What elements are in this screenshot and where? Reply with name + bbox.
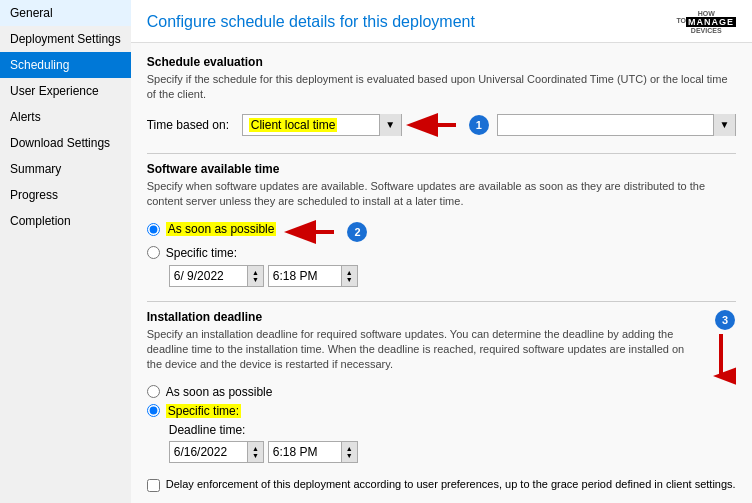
software-time-input[interactable]: 6:18 PM ▲▼ [268, 265, 358, 287]
main-header: Configure schedule details for this depl… [131, 0, 752, 43]
schedule-evaluation-section: Schedule evaluation Specify if the sched… [147, 55, 736, 139]
software-available-title: Software available time [147, 162, 736, 176]
annotation-1: 1 [469, 115, 489, 135]
installation-text-block: Installation deadline Specify an install… [147, 310, 696, 381]
installation-deadline-section: Installation deadline Specify an install… [147, 310, 736, 463]
installation-specific-label: Specific time: [166, 404, 241, 418]
installation-specific-option[interactable]: Specific time: [147, 404, 736, 418]
schedule-evaluation-desc: Specify if the schedule for this deploym… [147, 72, 736, 103]
time-based-dropdown[interactable]: Client local time ▼ [242, 114, 402, 136]
sidebar-item-progress[interactable]: Progress [0, 182, 131, 208]
software-asap-radio[interactable] [147, 223, 160, 236]
logo-devices: DEVICES [691, 27, 722, 34]
software-available-desc: Specify when software updates are availa… [147, 179, 736, 210]
software-specific-radio[interactable] [147, 246, 160, 259]
installation-time-input[interactable]: 6:18 PM ▲▼ [268, 441, 358, 463]
sidebar-item-scheduling[interactable]: Scheduling [0, 52, 131, 78]
red-arrow-right-2 [284, 218, 339, 246]
page-title: Configure schedule details for this depl… [147, 13, 475, 31]
delay-enforcement-label: Delay enforcement of this deployment acc… [166, 477, 736, 492]
annotation-3: 3 [715, 310, 735, 330]
time-based-label: Time based on: [147, 118, 242, 132]
software-date-spin[interactable]: ▲▼ [247, 266, 262, 286]
deadline-time-label: Deadline time: [169, 423, 246, 437]
annotation-3-container: 3 [706, 310, 736, 385]
annotation-2: 2 [347, 222, 367, 242]
content-area: Schedule evaluation Specify if the sched… [131, 43, 752, 503]
sidebar-item-general[interactable]: General [0, 0, 131, 26]
dropdown-full-arrow[interactable]: ▼ [713, 114, 735, 136]
schedule-evaluation-title: Schedule evaluation [147, 55, 736, 69]
software-available-section: Software available time Specify when sof… [147, 162, 736, 287]
installation-time-spin[interactable]: ▲▼ [341, 442, 357, 462]
installation-deadline-desc: Specify an installation deadline for req… [147, 327, 696, 373]
sidebar-item-alerts[interactable]: Alerts [0, 104, 131, 130]
main-content: Configure schedule details for this depl… [131, 0, 752, 503]
dropdown-arrow-icon[interactable]: ▼ [379, 114, 401, 136]
installation-asap-option[interactable]: As soon as possible [147, 385, 736, 399]
software-asap-option[interactable]: As soon as possible [147, 222, 277, 236]
installation-radio-group: As soon as possible Specific time: Deadl… [147, 385, 736, 463]
sidebar: General Deployment Settings Scheduling U… [0, 0, 131, 503]
installation-deadline-title: Installation deadline [147, 310, 696, 324]
installation-date-spin[interactable]: ▲▼ [247, 442, 262, 462]
sidebar-item-summary[interactable]: Summary [0, 156, 131, 182]
installation-asap-label: As soon as possible [166, 385, 273, 399]
software-radio-group: As soon as possible 2 [147, 218, 736, 287]
sidebar-item-user-experience[interactable]: User Experience [0, 78, 131, 104]
installation-asap-radio[interactable] [147, 385, 160, 398]
logo-manage: MANAGE [686, 17, 736, 27]
installation-date-input[interactable]: 6/16/2022 ▲▼ [169, 441, 264, 463]
installation-header-row: Installation deadline Specify an install… [147, 310, 736, 385]
software-date-input[interactable]: 6/ 9/2022 ▲▼ [169, 265, 264, 287]
sidebar-item-deployment-settings[interactable]: Deployment Settings [0, 26, 131, 52]
red-arrow-right-1 [406, 111, 461, 139]
software-time-spin[interactable]: ▲▼ [341, 266, 357, 286]
logo-how: HOW [698, 10, 715, 17]
software-specific-label: Specific time: [166, 246, 237, 260]
delay-enforcement-row: Delay enforcement of this deployment acc… [147, 477, 736, 492]
delay-enforcement-checkbox[interactable] [147, 479, 160, 492]
sidebar-item-download-settings[interactable]: Download Settings [0, 130, 131, 156]
divider-2 [147, 301, 736, 302]
software-asap-label: As soon as possible [166, 222, 277, 236]
deadline-time-label-row: Deadline time: [169, 423, 736, 437]
software-asap-row: As soon as possible 2 [147, 218, 736, 246]
logo: HOW TO MANAGE DEVICES [676, 10, 736, 34]
installation-time-row: 6/16/2022 ▲▼ 6:18 PM ▲▼ [169, 441, 736, 463]
time-based-row: Time based on: Client local time ▼ [147, 111, 736, 139]
divider-1 [147, 153, 736, 154]
sidebar-item-completion[interactable]: Completion [0, 208, 131, 234]
software-specific-option[interactable]: Specific time: [147, 246, 736, 260]
logo-to: TO [676, 17, 686, 27]
red-arrow-down-3 [706, 330, 736, 385]
time-based-value: Client local time [243, 118, 379, 132]
software-time-row: 6/ 9/2022 ▲▼ 6:18 PM ▲▼ [169, 265, 736, 287]
installation-specific-radio[interactable] [147, 404, 160, 417]
